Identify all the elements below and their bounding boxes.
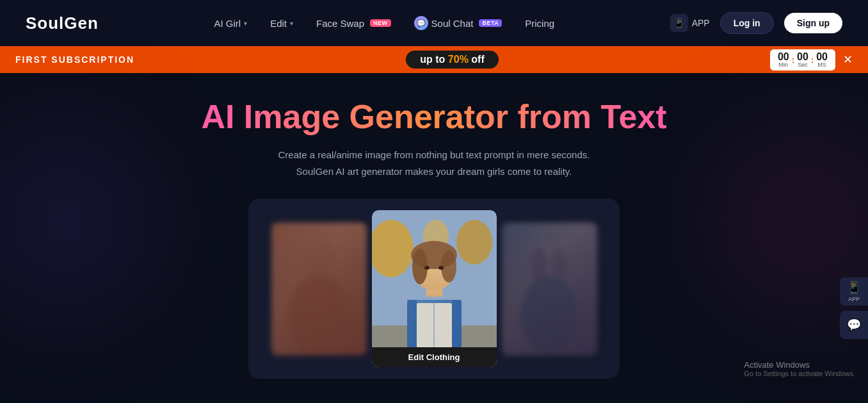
timer-sep-2: : <box>811 55 814 65</box>
app-icon: 📱 <box>670 14 688 32</box>
carousel-image-center: Edit Clothing <box>372 210 497 367</box>
navbar: SoulGen AI Girl ▾ Edit ▾ Face Swap NEW 💬… <box>0 0 868 46</box>
svg-point-1 <box>300 238 337 281</box>
promo-center: up to 70% off <box>134 51 770 69</box>
floating-app-button[interactable]: 📱 APP <box>840 277 868 306</box>
login-button[interactable]: Log in <box>720 12 774 34</box>
svg-rect-0 <box>271 222 367 355</box>
nav-item-edit[interactable]: Edit ▾ <box>270 18 293 29</box>
timer-sep: : <box>792 55 794 65</box>
promo-right: 00 Min : 00 Sec : 00 MS ✕ <box>770 49 853 70</box>
nav-right: 📱 APP Log in Sign up <box>670 12 842 34</box>
close-banner-button[interactable]: ✕ <box>843 54 853 65</box>
svg-point-16 <box>424 266 430 270</box>
svg-rect-21 <box>502 222 597 355</box>
discount-highlight: 70% <box>448 54 469 65</box>
nav-item-aigirl[interactable]: AI Girl ▾ <box>214 18 247 29</box>
chevron-down-icon: ▾ <box>244 20 247 27</box>
svg-point-15 <box>441 251 456 283</box>
app-button[interactable]: 📱 APP <box>670 14 710 32</box>
carousel-image-left <box>271 222 367 355</box>
nav-center: AI Girl ▾ Edit ▾ Face Swap NEW 💬 Soul Ch… <box>214 16 554 30</box>
brand-logo[interactable]: SoulGen <box>26 13 99 33</box>
floating-chat-button[interactable]: 💬 <box>840 311 868 339</box>
svg-rect-3 <box>271 222 367 355</box>
svg-point-23 <box>531 247 547 281</box>
hero-container: AI Image Generator from Text Create a re… <box>13 99 855 403</box>
svg-rect-26 <box>502 222 597 355</box>
activate-windows-notice: Activate Windows Go to Settings to activ… <box>744 360 855 377</box>
svg-point-22 <box>532 241 567 283</box>
signup-button[interactable]: Sign up <box>784 13 842 33</box>
svg-point-2 <box>287 274 350 355</box>
svg-point-25 <box>520 276 578 354</box>
chat-bubble-icon: 💬 <box>847 318 861 332</box>
floating-right-panel: 📱 APP 💬 <box>840 277 868 339</box>
soul-chat-icon: 💬 <box>414 16 428 30</box>
ms-label: 00 MS <box>816 52 828 68</box>
promo-discount[interactable]: up to 70% off <box>406 51 498 69</box>
promo-banner: FIRST SUBSCRIPTION up to 70% off 00 Min … <box>0 46 868 73</box>
svg-point-6 <box>456 220 492 265</box>
countdown-timer: 00 Min : 00 Sec : 00 MS <box>770 49 835 70</box>
beta-badge: Beta <box>479 19 502 27</box>
new-badge: NEW <box>370 19 391 27</box>
nav-item-soulchat[interactable]: 💬 Soul Chat Beta <box>414 16 502 30</box>
nav-item-faceswap[interactable]: Face Swap NEW <box>316 18 391 29</box>
carousel-label: Edit Clothing <box>372 347 497 367</box>
svg-point-24 <box>551 248 567 280</box>
chevron-down-icon: ▾ <box>290 20 293 27</box>
hero-title: AI Image Generator from Text <box>201 99 666 135</box>
min-label: 00 Min <box>778 52 789 68</box>
svg-point-17 <box>438 266 444 270</box>
carousel-image-right <box>502 222 597 355</box>
hero-subtitle: Create a real/anime image from nothing b… <box>278 147 590 179</box>
image-carousel: Edit Clothing <box>248 199 620 379</box>
sec-label: 00 Sec <box>797 52 808 68</box>
hero-section: AI Image Generator from Text Create a re… <box>0 73 868 403</box>
nav-item-pricing[interactable]: Pricing <box>525 18 554 29</box>
phone-icon: 📱 <box>847 281 861 295</box>
promo-left-text: FIRST SUBSCRIPTION <box>15 54 134 65</box>
